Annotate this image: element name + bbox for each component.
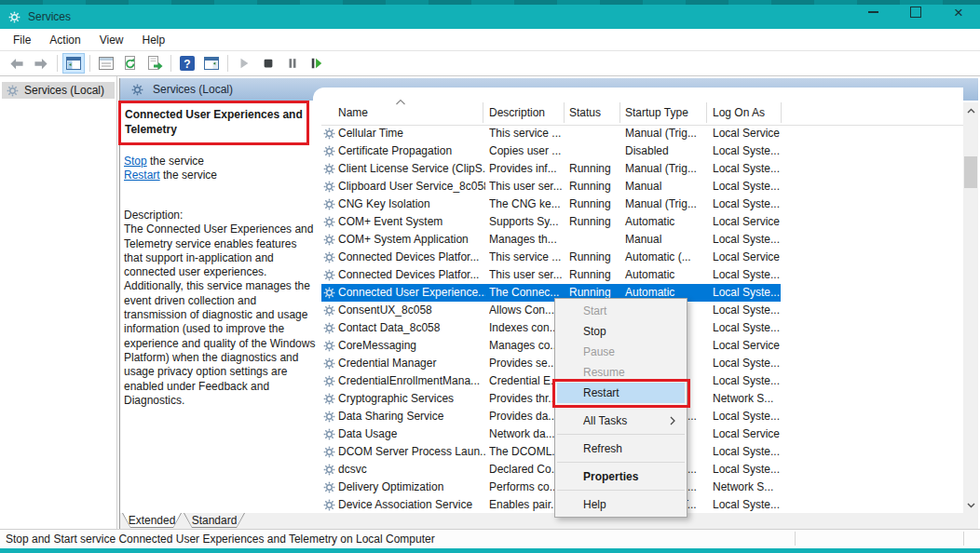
column-divider[interactable] [706,102,707,123]
menu-item-action[interactable]: Action [40,31,89,49]
column-divider[interactable] [781,102,782,123]
table-row[interactable]: dcsvcDeclared Co...Manual (Trig...Local … [321,461,781,479]
table-row[interactable]: Connected Devices Platfor...This service… [321,249,781,266]
cell-name: dcsvc [338,463,485,476]
pause-service-button[interactable] [281,53,304,74]
list-rounded-corner [313,88,963,101]
table-row[interactable]: CredentialEnrollmentMana...Credential E.… [321,372,781,390]
table-row[interactable]: Clipboard User Service_8c058This user se… [321,178,781,196]
column-header-log-on-as[interactable]: Log On As [713,106,765,119]
cell-log-on-as: Local Syste... [713,445,781,458]
table-row[interactable]: COM+ Event SystemSupports Sy...RunningAu… [321,213,781,231]
vertical-scrollbar[interactable] [963,102,978,513]
forward-arrow-button[interactable] [30,53,52,74]
table-row[interactable]: CoreMessagingManages co...Local Service [321,337,781,355]
table-row[interactable]: Contact Data_8c058Indexes con...Local Sy… [321,319,781,337]
table-row[interactable]: COM+ System ApplicationManages th...Manu… [321,231,781,249]
menu-bar: FileActionViewHelp [0,29,980,51]
export-list-button[interactable] [143,53,166,74]
cell-log-on-as: Local Syste... [713,410,781,423]
scroll-up-button[interactable] [963,102,978,118]
tree-item-services-local[interactable]: Services (Local) [2,82,115,99]
cell-name: Connected Devices Platfor... [338,268,485,281]
maximize-button[interactable] [894,0,937,24]
window-bottom-edge [0,548,980,553]
service-description: Description: The Connected User Experien… [124,209,316,408]
table-row[interactable]: ConsentUX_8c058Allows Con...Local Syste.… [321,302,781,319]
tab-standard[interactable]: Standard [184,513,245,528]
help-button[interactable]: ? [176,53,198,74]
table-row[interactable]: Cryptographic ServicesProvides thr...Net… [321,390,781,408]
column-divider[interactable] [483,102,483,123]
table-row[interactable]: Cellular TimeThis service ...Manual (Tri… [321,125,781,142]
column-header-status[interactable]: Status [569,106,601,119]
stop-service-link[interactable]: Stop [124,155,147,168]
back-arrow-icon [8,57,25,71]
start-service-button[interactable] [233,53,255,74]
show-console-tree-button[interactable] [62,53,85,74]
cell-description: This user ser... [489,180,565,193]
minimize-button[interactable] [851,0,894,24]
cell-status: Running [569,197,621,210]
cell-startup-type: Manual (Trig... [625,162,709,175]
table-row[interactable]: Data UsageNetwork da...Local Service [321,425,781,443]
show-action-pane-icon [204,57,219,70]
restart-service-link[interactable]: Restart [124,169,160,182]
column-divider[interactable] [619,102,620,123]
cell-log-on-as: Local Syste... [713,197,781,210]
column-header-description[interactable]: Description [489,106,545,119]
properties-window-icon [99,57,114,70]
table-row-selected[interactable]: Connected User Experience...The Connec..… [321,284,781,302]
restart-service-button[interactable] [306,53,328,74]
scrollbar-thumb[interactable] [964,156,977,188]
scroll-down-button[interactable] [963,497,978,513]
table-row[interactable]: Client License Service (ClipS...Provides… [321,160,781,178]
service-gear-icon [323,198,335,210]
context-menu-item-all-tasks[interactable]: All Tasks [555,411,687,431]
tab-extended[interactable]: Extended [122,513,182,528]
table-row[interactable]: CNG Key IsolationThe CNG ke...RunningMan… [321,196,781,213]
cell-log-on-as: Local Service [713,127,781,140]
context-menu-item-refresh[interactable]: Refresh [555,438,687,459]
cell-log-on-as: Network S... [713,480,781,493]
close-icon: × [954,5,963,20]
table-row[interactable]: Connected Devices Platfor...This user se… [321,266,781,284]
table-row[interactable]: Credential ManagerProvides se...Local Sy… [321,355,781,372]
chevron-up-icon [967,108,975,114]
service-gear-icon [323,393,335,405]
column-header-startup-type[interactable]: Startup Type [625,106,688,119]
menu-item-help[interactable]: Help [133,31,175,49]
cell-log-on-as: Local Service [713,339,781,352]
table-row[interactable]: DCOM Server Process Laun...The DCOML...L… [321,443,781,461]
column-header-name[interactable]: Name [338,106,368,119]
stop-service-button[interactable] [257,53,279,74]
menu-item-view[interactable]: View [90,31,133,49]
table-row[interactable]: Certificate PropagationCopies user ...Di… [321,142,781,160]
cell-status: Running [569,250,621,263]
refresh-button[interactable] [119,53,142,74]
context-menu-item-stop[interactable]: Stop [555,321,687,342]
service-gear-icon [323,216,335,228]
toolbar-separator [227,55,228,72]
context-menu-item-help[interactable]: Help [555,494,687,515]
properties-window-button[interactable] [95,53,117,74]
cell-description: This user ser... [489,268,565,281]
table-row[interactable]: Data Sharing ServiceProvides da...Manual… [321,408,781,425]
column-divider[interactable] [564,102,565,123]
cell-description: This service ... [489,250,565,263]
cell-description: Manages th... [489,233,565,246]
table-row[interactable]: Delivery OptimizationPerforms co...Manua… [321,479,781,496]
close-button[interactable]: × [937,0,980,24]
cell-log-on-as: Local Syste... [713,374,781,387]
show-action-pane-button[interactable] [200,53,223,74]
cell-log-on-as: Local Syste... [713,233,781,246]
back-arrow-button[interactable] [6,53,28,74]
menu-item-file[interactable]: File [4,31,40,49]
cell-description: Copies user ... [489,144,565,157]
service-gear-icon [323,181,335,193]
cell-description: Supports Sy... [489,215,565,228]
cell-description: Provides inf... [489,162,565,175]
service-gear-icon [323,287,335,299]
context-menu-item-properties[interactable]: Properties [555,466,687,487]
table-row[interactable]: Device Association ServiceEnables pair..… [321,496,781,514]
